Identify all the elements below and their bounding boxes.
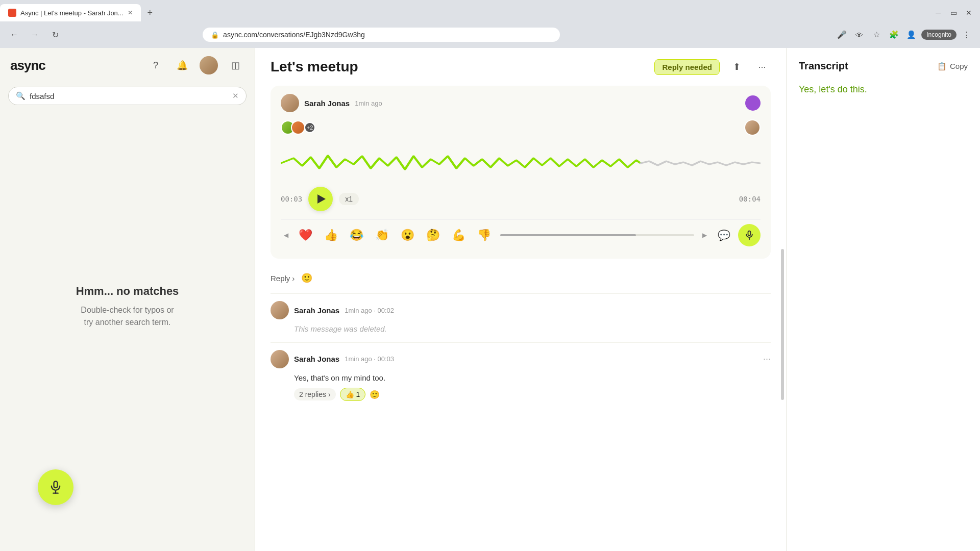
tab-title: Async | Let's meetup - Sarah Jon... (20, 9, 124, 17)
thumbsup-emoji: 👍 (346, 390, 354, 398)
scroll-right-button[interactable]: ▶ (699, 230, 709, 240)
notifications-button[interactable]: 🔔 (173, 56, 191, 74)
reload-button[interactable]: ↻ (47, 27, 63, 43)
new-tab-button[interactable]: + (143, 6, 157, 20)
waveform-container: +2 (281, 119, 761, 181)
transcript-header: Transcript 📋 Copy (799, 60, 968, 72)
add-reaction-button[interactable]: 🙂 (300, 271, 314, 285)
lens-button[interactable]: 👁 (852, 28, 866, 42)
audio-message-card: Sarah Jonas 1min ago +2 (271, 86, 771, 259)
menu-button[interactable]: ⋮ (960, 28, 974, 42)
unread-indicator (745, 95, 761, 111)
no-matches-subtitle: Double-check for typos ortry another sea… (81, 304, 174, 329)
help-button[interactable]: ? (146, 56, 165, 74)
search-input-wrap[interactable]: 🔍 ✕ (8, 87, 247, 105)
thread-message-2-text: Yes, that's on my mind too. (271, 372, 771, 384)
address-bar[interactable]: 🔒 async.com/conversations/EJgb3Nzd9Gw3hg (203, 28, 560, 42)
reply-needed-badge: Reply needed (654, 59, 720, 75)
thread-timestamp-1: 1min ago · 00:02 (345, 307, 394, 314)
play-button[interactable] (308, 187, 333, 211)
close-window-button[interactable]: ✕ (962, 6, 976, 20)
mic-reply-button[interactable] (738, 224, 761, 246)
back-button[interactable]: ← (6, 27, 22, 43)
mic-small-icon (744, 230, 754, 240)
waveform-svg[interactable] (281, 148, 761, 179)
copy-button[interactable]: 📋 Copy (937, 62, 968, 71)
reactions-bar: ◀ ❤️ 👍 😂 👏 😮 🤔 💪 👎 ▶ 💬 (281, 219, 761, 251)
comment-button[interactable]: 💬 (713, 224, 735, 246)
thumbsup-count: 1 (356, 390, 360, 398)
replies-chevron: › (328, 390, 331, 398)
thread-timestamp-2: 1min ago · 00:03 (345, 355, 394, 363)
emoji-thumbsdown-button[interactable]: 👎 (473, 224, 495, 246)
url-text: async.com/conversations/EJgb3Nzd9Gw3hg (223, 31, 552, 39)
sidebar-header: async ? 🔔 ◫ (0, 48, 255, 83)
emoji-muscle-button[interactable]: 💪 (447, 224, 470, 246)
reply-button[interactable]: Reply › (271, 274, 295, 283)
waveform-right-avatar (744, 119, 761, 136)
thread-author-1: Sarah Jonas (294, 306, 339, 315)
add-reaction-small-button[interactable]: 🙂 (370, 390, 380, 399)
scroll-thumb[interactable] (781, 249, 784, 400)
emoji-scroll-track (500, 234, 694, 236)
thread-message-1: Sarah Jonas 1min ago · 00:02 This messag… (271, 293, 771, 342)
play-icon (317, 194, 326, 204)
minimize-button[interactable]: ─ (931, 6, 945, 20)
scroll-track (781, 48, 784, 551)
extensions-button[interactable]: 🧩 (887, 28, 901, 42)
tab-favicon (8, 9, 16, 17)
listener-avatar-2 (291, 120, 305, 135)
maximize-button[interactable]: ▭ (946, 6, 961, 20)
message-2-reactions: 2 replies › 👍 1 🙂 (271, 388, 771, 401)
share-button[interactable]: ⬆ (728, 58, 745, 76)
sidebar-search-area: 🔍 ✕ (0, 83, 255, 113)
sidebar: async ? 🔔 ◫ 🔍 ✕ Hmm... no matches Double… (0, 48, 255, 551)
bookmark-button[interactable]: ☆ (869, 28, 884, 42)
mic-fab-button[interactable] (38, 469, 74, 505)
conversation-area: Let's meetup Reply needed ⬆ ··· Sarah Jo… (255, 48, 786, 551)
thread-author-avatar-1 (271, 301, 289, 319)
thread-author-avatar-2 (271, 350, 289, 368)
forward-button[interactable]: → (27, 27, 43, 43)
conversation-title: Let's meetup (271, 59, 646, 75)
profile-button[interactable]: 👤 (904, 28, 918, 42)
message-more-button[interactable]: ··· (763, 354, 771, 364)
active-tab[interactable]: Async | Let's meetup - Sarah Jon... ✕ (0, 4, 141, 21)
incognito-badge: Incognito (921, 30, 957, 40)
transcript-title: Transcript (799, 60, 848, 72)
close-tab-button[interactable]: ✕ (128, 9, 133, 16)
search-input[interactable] (30, 92, 228, 101)
clear-search-button[interactable]: ✕ (232, 91, 239, 101)
speed-button[interactable]: x1 (339, 193, 359, 205)
more-options-button[interactable]: ··· (753, 58, 771, 76)
emoji-think-button[interactable]: 🤔 (422, 224, 444, 246)
mic-icon (48, 480, 63, 494)
time-current: 00:03 (281, 195, 302, 203)
transcript-text: Yes, let's do this. (799, 82, 968, 97)
scroll-left-button[interactable]: ◀ (281, 230, 291, 240)
reply-label: Reply (271, 274, 290, 283)
transcript-panel: Transcript 📋 Copy Yes, let's do this. (786, 48, 980, 551)
no-matches-panel: Hmm... no matches Double-check for typos… (0, 113, 255, 500)
svg-rect-0 (54, 481, 58, 488)
message-meta: Sarah Jonas 1min ago (281, 94, 761, 112)
replies-label: 2 replies (299, 390, 326, 398)
thumbsup-reaction[interactable]: 👍 1 (340, 388, 366, 401)
sidebar-toggle-button[interactable]: ◫ (226, 56, 244, 74)
user-avatar-button[interactable] (200, 56, 218, 74)
svg-rect-3 (748, 231, 751, 236)
replies-button[interactable]: 2 replies › (294, 388, 336, 400)
emoji-scroll-thumb (500, 234, 636, 236)
microphone-button[interactable]: 🎤 (835, 28, 849, 42)
listeners-count: +2 (304, 122, 315, 133)
emoji-clap-button[interactable]: 👏 (371, 224, 393, 246)
thread-message-1-meta: Sarah Jonas 1min ago · 00:02 (271, 301, 771, 319)
emoji-wow-button[interactable]: 😮 (396, 224, 419, 246)
emoji-thumbsup-button[interactable]: 👍 (320, 224, 342, 246)
playback-controls: 00:03 x1 00:04 (281, 187, 761, 211)
app-logo: async (10, 58, 138, 73)
emoji-laugh-button[interactable]: 😂 (345, 224, 368, 246)
message-timestamp: 1min ago (355, 99, 382, 107)
emoji-heart-button[interactable]: ❤️ (294, 224, 316, 246)
copy-label: Copy (950, 62, 968, 70)
